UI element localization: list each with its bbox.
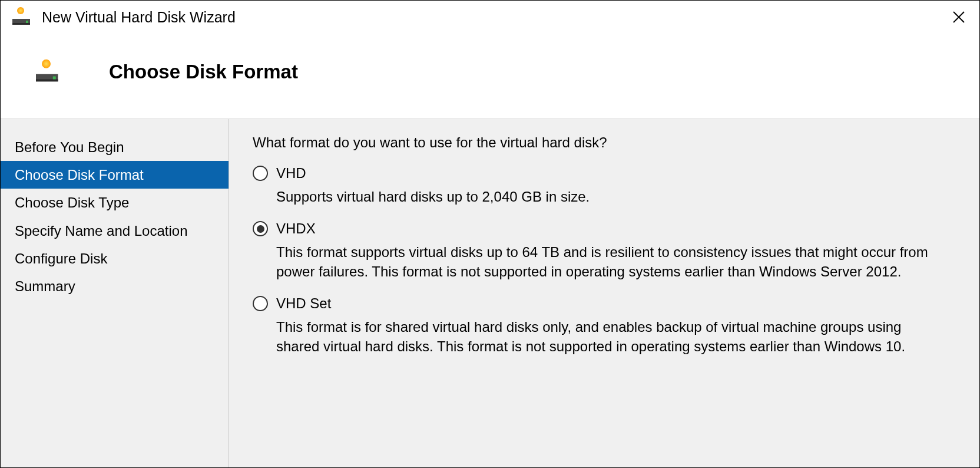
wizard-body: Before You Begin Choose Disk Format Choo… — [1, 118, 979, 467]
option-vhd-label: VHD — [276, 165, 306, 182]
step-configure-disk[interactable]: Configure Disk — [1, 245, 229, 272]
step-before-you-begin[interactable]: Before You Begin — [1, 133, 229, 161]
step-choose-disk-format[interactable]: Choose Disk Format — [1, 161, 229, 189]
wizard-window: New Virtual Hard Disk Wizard Choose Disk… — [0, 0, 980, 468]
window-title: New Virtual Hard Disk Wizard — [42, 9, 945, 26]
step-label: Choose Disk Type — [15, 195, 129, 210]
step-label: Summary — [15, 278, 75, 294]
option-vhd-description: Supports virtual hard disks up to 2,040 … — [276, 187, 942, 206]
option-vhdset-description: This format is for shared virtual hard d… — [276, 318, 942, 356]
close-button[interactable] — [945, 4, 972, 31]
step-specify-name-location[interactable]: Specify Name and Location — [1, 217, 229, 245]
option-vhdset-head: VHD Set — [253, 295, 956, 312]
step-label: Configure Disk — [15, 251, 107, 266]
option-vhdset-label: VHD Set — [276, 295, 331, 312]
step-choose-disk-type[interactable]: Choose Disk Type — [1, 189, 229, 216]
page-heading: Choose Disk Format — [109, 61, 298, 83]
step-label: Specify Name and Location — [15, 223, 188, 239]
step-label: Before You Begin — [15, 139, 124, 155]
format-question: What format do you want to use for the v… — [253, 134, 956, 151]
option-vhdx-description: This format supports virtual disks up to… — [276, 243, 942, 281]
option-vhdx: VHDX This format supports virtual disks … — [253, 220, 956, 281]
wizard-steps-sidebar: Before You Begin Choose Disk Format Choo… — [1, 119, 229, 467]
disk-wizard-icon — [36, 62, 61, 82]
option-vhd: VHD Supports virtual hard disks up to 2,… — [253, 165, 956, 206]
radio-vhd[interactable] — [253, 166, 268, 181]
wizard-content: What format do you want to use for the v… — [229, 119, 979, 467]
header-banner: Choose Disk Format — [1, 34, 979, 118]
radio-vhdset[interactable] — [253, 296, 268, 311]
option-vhdx-head: VHDX — [253, 220, 956, 237]
close-icon — [952, 10, 966, 24]
step-label: Choose Disk Format — [15, 167, 144, 183]
disk-wizard-icon — [12, 9, 32, 25]
option-vhd-head: VHD — [253, 165, 956, 182]
titlebar: New Virtual Hard Disk Wizard — [1, 1, 979, 34]
step-summary[interactable]: Summary — [1, 272, 229, 300]
option-vhdset: VHD Set This format is for shared virtua… — [253, 295, 956, 356]
option-vhdx-label: VHDX — [276, 220, 316, 237]
radio-vhdx[interactable] — [253, 221, 268, 236]
